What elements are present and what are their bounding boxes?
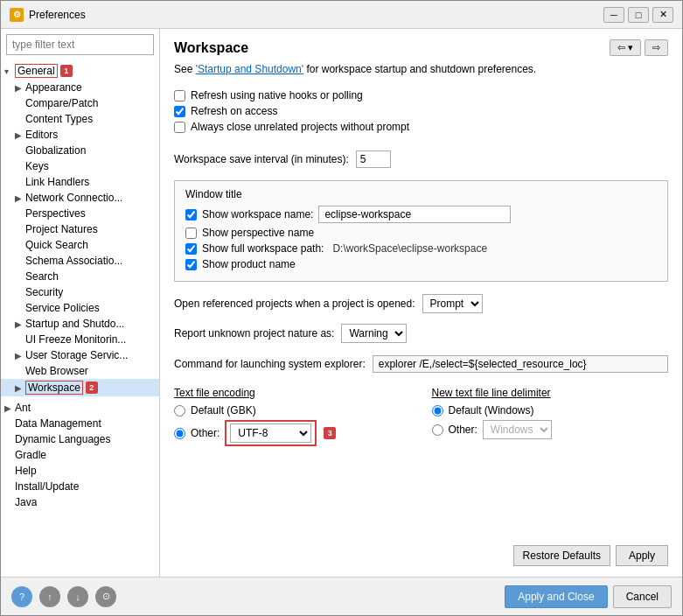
report-unknown-select[interactable]: Warning Error Ignore [341, 324, 407, 343]
sidebar-item-schema[interactable]: Schema Associatio... [1, 253, 159, 269]
delimiter-default-radio[interactable] [432, 405, 443, 416]
workspace-name-input[interactable] [318, 206, 511, 223]
refresh-native-label[interactable]: Refresh using native hooks or polling [191, 89, 363, 102]
window-title-section: Window title Show workspace name: Show p… [174, 180, 668, 282]
encoding-default-label[interactable]: Default (GBK) [191, 404, 256, 416]
sidebar-item-globalization[interactable]: Globalization [1, 143, 159, 158]
sidebar-label-user-storage: User Storage Servic... [25, 349, 128, 361]
sidebar-item-content-types[interactable]: Content Types [1, 111, 159, 127]
sidebar-item-appearance[interactable]: ▶ Appearance [1, 80, 159, 95]
minimize-button[interactable]: ─ [603, 7, 624, 23]
restore-defaults-button[interactable]: Restore Defaults [513, 545, 610, 566]
system-explorer-input[interactable] [373, 355, 668, 373]
sidebar-item-perspectives[interactable]: Perspectives [1, 206, 159, 221]
help-icon[interactable]: ? [11, 586, 32, 607]
settings-icon[interactable]: ⊙ [95, 586, 116, 607]
sidebar-label-network: Network Connectio... [25, 192, 122, 204]
sidebar-item-security[interactable]: Security [1, 284, 159, 300]
sidebar-item-web-browser[interactable]: Web Browser [1, 363, 159, 379]
sidebar-label-ui-freeze: UI Freeze Monitorin... [25, 333, 126, 346]
sidebar-item-link-handlers[interactable]: Link Handlers [1, 174, 159, 190]
sidebar-item-editors[interactable]: ▶ Editors [1, 127, 159, 143]
sidebar-item-workspace[interactable]: ▶ Workspace 2 [1, 379, 159, 396]
sidebar: ▾ General 1 ▶ Appearance Compare/Patch C… [1, 29, 160, 577]
export-icon[interactable]: ↑ [39, 586, 60, 607]
always-close-checkbox[interactable] [174, 122, 185, 133]
apply-button[interactable]: Apply [616, 545, 668, 566]
delimiter-other-label[interactable]: Other: [449, 424, 477, 436]
back-button[interactable]: ⇦ ▾ [610, 39, 641, 56]
encoding-other-select[interactable]: UTF-8 UTF-16 ISO-8859-1 [230, 424, 311, 443]
title-bar-left: ⚙ Preferences [10, 8, 86, 22]
expand-arrow-ant: ▶ [4, 403, 15, 413]
bottom-sections: Text file encoding Default (GBK) Other: … [174, 387, 668, 538]
encoding-default-radio[interactable] [174, 405, 185, 416]
sidebar-label-web-browser: Web Browser [25, 365, 88, 377]
sidebar-item-project-natures[interactable]: Project Natures [1, 221, 159, 237]
open-referenced-label: Open referenced projects when a project … [174, 298, 415, 310]
open-referenced-select[interactable]: Prompt Always Never Ask [422, 294, 483, 313]
show-perspective-label[interactable]: Show perspective name [202, 227, 314, 239]
show-full-path-checkbox[interactable] [185, 243, 197, 255]
sidebar-item-gradle[interactable]: Gradle [1, 447, 159, 463]
refresh-access-checkbox[interactable] [174, 106, 185, 117]
sidebar-item-dynamic-languages[interactable]: Dynamic Languages [1, 431, 159, 447]
show-product-name-label[interactable]: Show product name [202, 258, 296, 270]
bottom-right-buttons: Apply and Close Cancel [505, 585, 672, 608]
forward-button[interactable]: ⇨ [645, 39, 668, 56]
sidebar-item-help[interactable]: Help [1, 463, 159, 479]
sidebar-label-workspace: Workspace [25, 381, 83, 395]
encoding-other-radio[interactable] [174, 428, 185, 439]
startup-shutdown-link[interactable]: 'Startup and Shutdown' [196, 63, 303, 75]
show-product-name-checkbox[interactable] [185, 259, 197, 270]
filter-input[interactable] [6, 34, 154, 55]
sidebar-label-schema: Schema Associatio... [25, 255, 122, 267]
system-explorer-row: Command for launching system explorer: [174, 355, 668, 373]
preferences-window: ⚙ Preferences ─ □ ✕ ▾ General 1 ▶ Appear [0, 0, 683, 616]
show-workspace-name-label[interactable]: Show workspace name: [202, 208, 313, 220]
refresh-access-row: Refresh on access [174, 105, 668, 117]
sidebar-item-ant[interactable]: ▶ Ant [1, 400, 159, 416]
show-perspective-checkbox[interactable] [185, 228, 197, 239]
sidebar-item-keys[interactable]: Keys [1, 158, 159, 174]
sidebar-item-quick-search[interactable]: Quick Search [1, 237, 159, 253]
expand-arrow-network: ▶ [15, 193, 25, 203]
expand-arrow-user-storage: ▶ [15, 351, 25, 360]
save-interval-input[interactable] [356, 150, 391, 168]
sidebar-label-project-natures: Project Natures [25, 223, 98, 235]
right-panel: Workspace ⇦ ▾ ⇨ See 'Startup and Shutdow… [160, 29, 682, 577]
sidebar-item-data-management[interactable]: Data Management [1, 416, 159, 431]
close-button[interactable]: ✕ [652, 7, 673, 23]
sidebar-item-java[interactable]: Java [1, 494, 159, 510]
delimiter-default-label[interactable]: Default (Windows) [449, 404, 534, 416]
delimiter-other-select[interactable]: Windows Unix Mac [483, 420, 552, 439]
badge-1: 1 [60, 65, 73, 77]
sidebar-label-compare-patch: Compare/Patch [25, 97, 98, 109]
sidebar-item-search[interactable]: Search [1, 269, 159, 284]
sidebar-item-user-storage[interactable]: ▶ User Storage Servic... [1, 347, 159, 363]
encoding-other-row: Other: UTF-8 UTF-16 ISO-8859-1 3 [174, 420, 411, 446]
refresh-native-checkbox[interactable] [174, 90, 185, 102]
open-referenced-row: Open referenced projects when a project … [174, 294, 668, 313]
apply-and-close-button[interactable]: Apply and Close [505, 585, 607, 608]
sidebar-item-install-update[interactable]: Install/Update [1, 479, 159, 494]
sidebar-item-startup[interactable]: ▶ Startup and Shutdo... [1, 316, 159, 332]
sidebar-item-general[interactable]: ▾ General 1 [1, 62, 159, 80]
maximize-button[interactable]: □ [628, 7, 649, 23]
delimiter-other-radio[interactable] [432, 424, 443, 436]
badge-2: 2 [86, 382, 98, 394]
show-workspace-name-checkbox[interactable] [185, 209, 197, 220]
sidebar-item-service-policies[interactable]: Service Policies [1, 300, 159, 316]
encoding-other-label[interactable]: Other: [191, 427, 220, 439]
import-icon[interactable]: ↓ [67, 586, 88, 607]
encoding-title: Text file encoding [174, 387, 411, 399]
cancel-button[interactable]: Cancel [613, 585, 672, 608]
sidebar-item-ui-freeze[interactable]: UI Freeze Monitorin... [1, 332, 159, 347]
sidebar-label-help: Help [15, 465, 37, 477]
always-close-label[interactable]: Always close unrelated projects without … [191, 121, 409, 133]
sidebar-item-network[interactable]: ▶ Network Connectio... [1, 190, 159, 206]
refresh-access-label[interactable]: Refresh on access [191, 105, 277, 117]
title-bar-controls: ─ □ ✕ [603, 7, 673, 23]
sidebar-item-compare-patch[interactable]: Compare/Patch [1, 95, 159, 111]
show-full-path-label[interactable]: Show full workspace path: [202, 242, 324, 255]
